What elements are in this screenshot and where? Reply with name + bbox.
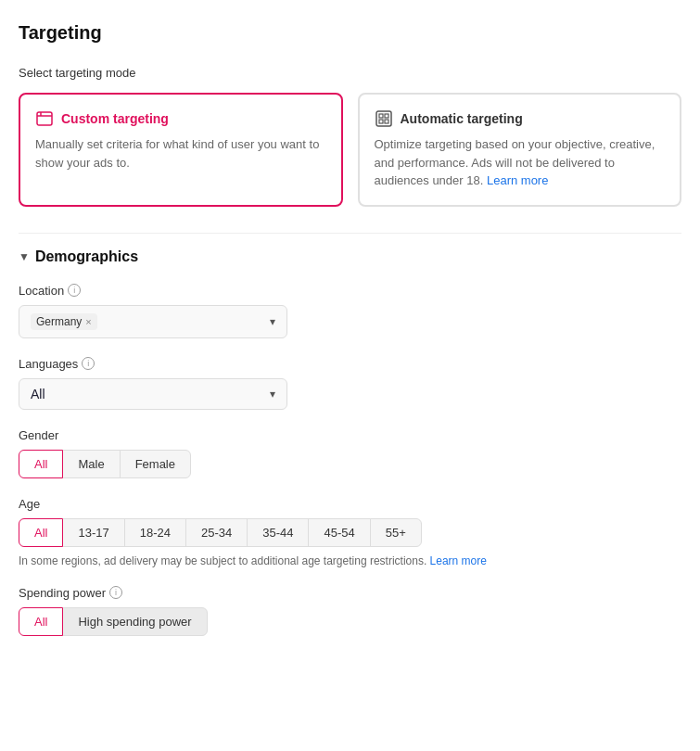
automatic-targeting-desc: Optimize targeting based on your objecti… <box>375 135 666 190</box>
location-info-icon[interactable]: i <box>68 284 81 297</box>
spending-power-info-icon[interactable]: i <box>109 586 122 599</box>
location-label: Location i <box>19 284 681 298</box>
targeting-mode-label: Select targeting mode <box>19 66 681 80</box>
age-label: Age <box>19 497 681 511</box>
automatic-targeting-learn-more[interactable]: Learn more <box>487 173 548 187</box>
spending-power-label: Spending power i <box>19 586 681 600</box>
page-title: Targeting <box>19 22 681 44</box>
spending-high-button[interactable]: High spending power <box>62 607 207 636</box>
age-button-group: All 13-17 18-24 25-34 35-44 45-54 55+ <box>19 518 681 547</box>
languages-info-icon[interactable]: i <box>82 357 95 370</box>
automatic-targeting-icon <box>375 109 393 128</box>
location-tag: Germany × <box>31 313 97 330</box>
custom-targeting-card[interactable]: Custom targeting Manually set criteria f… <box>19 93 343 207</box>
gender-male-button[interactable]: Male <box>62 450 120 478</box>
demographics-header[interactable]: ▼ Demographics <box>19 248 681 265</box>
age-field-group: Age All 13-17 18-24 25-34 35-44 45-54 55… <box>19 497 681 567</box>
languages-dropdown[interactable]: All ▾ <box>19 378 287 410</box>
gender-field-group: Gender All Male Female <box>19 428 681 478</box>
age-18-24-button[interactable]: 18-24 <box>124 518 186 547</box>
custom-targeting-desc: Manually set criteria for what kind of u… <box>35 135 326 172</box>
svg-rect-0 <box>37 112 52 125</box>
age-13-17-button[interactable]: 13-17 <box>62 518 124 547</box>
svg-rect-4 <box>379 114 383 118</box>
gender-label: Gender <box>19 428 681 442</box>
spending-power-field-group: Spending power i All High spending power <box>19 586 681 636</box>
demographics-chevron-icon: ▼ <box>19 250 30 263</box>
location-dropdown-arrow: ▾ <box>270 315 275 328</box>
languages-dropdown-arrow: ▾ <box>270 388 275 401</box>
age-all-button[interactable]: All <box>19 518 63 547</box>
targeting-mode-section: Select targeting mode Custom targeting M… <box>19 66 681 207</box>
location-field-group: Location i Germany × ▾ <box>19 284 681 338</box>
gender-button-group: All Male Female <box>19 450 681 478</box>
custom-targeting-icon <box>35 109 54 128</box>
age-learn-more-link[interactable]: Learn more <box>430 554 487 567</box>
age-25-34-button[interactable]: 25-34 <box>185 518 248 547</box>
targeting-mode-options: Custom targeting Manually set criteria f… <box>19 93 681 207</box>
demographics-title: Demographics <box>35 248 138 265</box>
custom-targeting-title: Custom targeting <box>61 111 169 126</box>
automatic-targeting-title: Automatic targeting <box>401 111 523 126</box>
languages-label: Languages i <box>19 357 681 371</box>
spending-power-button-group: All High spending power <box>19 607 681 636</box>
gender-all-button[interactable]: All <box>19 450 63 478</box>
location-tag-close[interactable]: × <box>85 316 91 327</box>
languages-field-group: Languages i All ▾ <box>19 357 681 410</box>
age-55-plus-button[interactable]: 55+ <box>370 518 422 547</box>
svg-rect-5 <box>385 114 388 118</box>
automatic-targeting-card[interactable]: Automatic targeting Optimize targeting b… <box>358 93 682 207</box>
age-45-54-button[interactable]: 45-54 <box>308 518 370 547</box>
location-dropdown[interactable]: Germany × ▾ <box>19 305 287 338</box>
spending-all-button[interactable]: All <box>19 607 63 636</box>
svg-rect-6 <box>379 120 383 123</box>
svg-rect-3 <box>376 111 391 126</box>
age-note: In some regions, ad delivery may be subj… <box>19 554 681 567</box>
gender-female-button[interactable]: Female <box>120 450 191 478</box>
svg-rect-7 <box>385 120 388 123</box>
demographics-section: ▼ Demographics Location i Germany × ▾ La… <box>19 233 681 636</box>
age-35-44-button[interactable]: 35-44 <box>247 518 309 547</box>
